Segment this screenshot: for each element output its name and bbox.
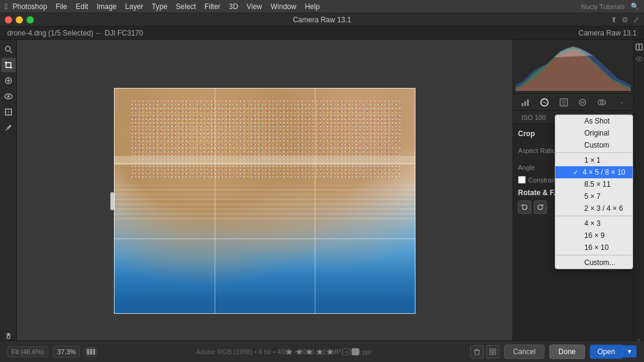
minimize-button[interactable] — [16, 16, 23, 23]
menu-filter[interactable]: Filter — [201, 0, 224, 13]
menu-help[interactable]: Help — [301, 0, 323, 13]
mask-tool[interactable] — [1, 105, 16, 119]
wave-overlay — [114, 185, 415, 219]
dropdown-separator-3 — [555, 255, 633, 255]
menu-edit[interactable]: Edit — [72, 0, 92, 13]
menu-layer[interactable]: Layer — [122, 0, 147, 13]
expand-icon[interactable]: ⤢ — [633, 16, 639, 24]
rotate-ccw-button[interactable] — [518, 201, 531, 214]
bottom-right: Cancel Done Open ▼ — [470, 345, 637, 359]
svg-point-30 — [638, 58, 640, 60]
rotate-cw-button[interactable] — [534, 201, 547, 214]
dropdown-item-4x3[interactable]: 4 × 3 — [555, 217, 633, 229]
eyedrop-tool[interactable] — [1, 120, 16, 135]
canvas-area[interactable] — [17, 40, 513, 362]
constrain-checkbox[interactable] — [518, 176, 526, 184]
filmstrip-button[interactable] — [85, 347, 97, 357]
settings-icon[interactable]: ⚙ — [622, 16, 628, 24]
svg-rect-11 — [522, 103, 523, 106]
maximize-button[interactable] — [27, 16, 34, 23]
dropdown-item-as-shot[interactable]: As Shot — [555, 115, 633, 127]
open-button[interactable]: Open — [590, 345, 622, 359]
dropdown-item-16x10[interactable]: 16 × 10 — [555, 242, 633, 254]
star-1[interactable]: ★ — [285, 347, 293, 357]
grid-line-h2 — [114, 239, 415, 239]
svg-point-6 — [7, 95, 10, 98]
svg-line-1 — [10, 51, 12, 54]
title-bar: Camera Raw 13.1 ⬆ ⚙ ⤢ — [0, 13, 644, 27]
grid-view-button[interactable] — [486, 345, 499, 358]
window-title: Camera Raw 13.1 — [293, 16, 352, 24]
svg-rect-31 — [87, 349, 89, 355]
histogram-white — [554, 46, 593, 57]
eye-icon[interactable] — [634, 54, 644, 64]
svg-rect-36 — [490, 352, 492, 355]
file-info: drone-4.dng (1/5 Selected) ← DJI FC3170 — [7, 29, 143, 37]
bottom-center: ★ ★ ★ ★ ★ — [285, 347, 359, 357]
menu-type[interactable]: Type — [148, 0, 171, 13]
menu-3d[interactable]: 3D — [226, 0, 242, 13]
star-5[interactable]: ★ — [326, 347, 334, 357]
menu-image[interactable]: Image — [93, 0, 120, 13]
menu-window[interactable]: Window — [267, 0, 300, 13]
compare-icon[interactable] — [634, 42, 644, 52]
color-label-none[interactable] — [343, 348, 350, 355]
crop-tool[interactable] — [1, 58, 16, 72]
road-overlay — [114, 156, 415, 165]
dropdown-item-2x3[interactable]: 2 × 3 / 4 × 6 — [555, 202, 633, 214]
dropdown-item-custom-dots[interactable]: Custom... — [555, 257, 633, 269]
share-icon[interactable]: ⬆ — [611, 16, 617, 24]
detail-panel-icon[interactable] — [558, 96, 570, 108]
crop-image-container — [114, 88, 415, 314]
dropdown-separator-2 — [555, 216, 633, 216]
dropdown-item-8x11[interactable]: 8.5 × 11 — [555, 178, 633, 190]
crowd-overlay — [129, 99, 400, 178]
close-button[interactable] — [5, 16, 12, 23]
heal-tool[interactable] — [1, 73, 16, 88]
tone-curve-icon[interactable] — [596, 96, 608, 108]
aspect-ratio-dropdown-menu[interactable]: As Shot Original Custom 1 × 1 ✓ 4 × 5 / … — [555, 114, 633, 269]
svg-rect-13 — [527, 99, 529, 106]
menu-file[interactable]: File — [52, 0, 71, 13]
apple-logo:  — [5, 2, 8, 11]
dropdown-item-custom[interactable]: Custom — [555, 139, 633, 151]
zoom-display[interactable]: Fit (46.6%) — [7, 346, 48, 357]
dropdown-item-4x5[interactable]: ✓ 4 × 5 / 8 × 10 — [555, 166, 633, 178]
crop-title: Crop — [518, 130, 535, 138]
photo-canvas — [114, 88, 415, 314]
dropdown-item-original[interactable]: Original — [555, 127, 633, 139]
bottom-toolbar: Fit (46.6%) 37.3% ★ ★ ★ ★ ★ Adobe RGB (1… — [0, 340, 644, 362]
open-button-group: Open ▼ — [590, 345, 637, 359]
menu-photoshop[interactable]: Photoshop — [9, 0, 51, 13]
dropdown-item-5x7[interactable]: 5 × 7 — [555, 190, 633, 202]
star-2[interactable]: ★ — [295, 347, 303, 357]
color-label-gray[interactable] — [352, 348, 359, 355]
histogram-chart — [516, 42, 631, 91]
red-eye-tool[interactable] — [1, 89, 16, 104]
svg-rect-34 — [490, 349, 492, 351]
star-3[interactable]: ★ — [306, 347, 314, 357]
menu-view[interactable]: View — [243, 0, 266, 13]
menu-bar:  Photoshop File Edit Image Layer Type S… — [0, 0, 644, 13]
dropdown-separator-1 — [555, 152, 633, 153]
main-area: ··· ISO 100 4.5 mm f/2.8 1/50s Crop — [0, 40, 644, 362]
edit-panel-icon[interactable] — [538, 96, 551, 108]
star-4[interactable]: ★ — [316, 347, 324, 357]
right-side-icons: ··· — [633, 40, 644, 362]
open-dropdown-button[interactable]: ▼ — [622, 345, 637, 358]
crop-handle-left[interactable] — [110, 192, 114, 210]
panel-icons: ··· — [513, 94, 633, 111]
histogram-panel-icon[interactable] — [519, 96, 531, 108]
hsl-panel-icon[interactable] — [576, 96, 589, 108]
more-icon[interactable]: ··· — [615, 96, 627, 108]
cancel-button[interactable]: Cancel — [504, 345, 545, 359]
done-button[interactable]: Done — [549, 345, 585, 359]
cam-raw-title: Camera Raw 13.1 — [578, 29, 637, 37]
zoom-tool[interactable] — [1, 42, 16, 57]
aspect-ratio-label: Aspect Ratio — [518, 147, 557, 154]
dropdown-item-16x9[interactable]: 16 × 9 — [555, 229, 633, 242]
bottom-left: Fit (46.6%) 37.3% — [7, 346, 97, 358]
dropdown-item-1x1[interactable]: 1 × 1 — [555, 154, 633, 166]
menu-select[interactable]: Select — [172, 0, 200, 13]
trash-button[interactable] — [470, 345, 484, 358]
